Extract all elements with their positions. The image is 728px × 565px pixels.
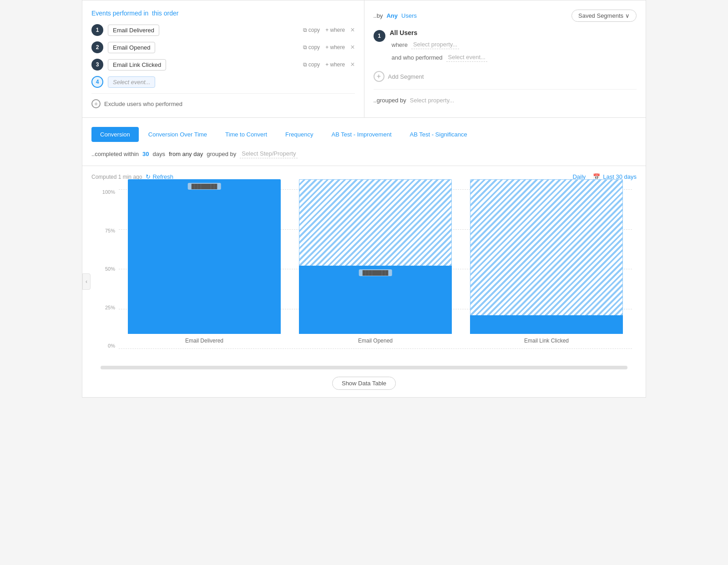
events-title-text: Events performed in: [91, 10, 148, 17]
copy-icon-3: ⧉: [303, 61, 307, 68]
tab-conversion-over-time[interactable]: Conversion Over Time: [140, 127, 216, 142]
days-value[interactable]: 30: [142, 151, 149, 157]
y-label-100: 100%: [96, 189, 119, 195]
step-property-select[interactable]: Select Step/Property: [240, 149, 298, 158]
show-data-btn-row: Show Data Table: [91, 377, 637, 390]
copy-btn-2[interactable]: ⧉ copy: [303, 44, 320, 50]
bar-label-1: Email Delivered: [128, 338, 281, 344]
left-arrow-icon: ‹: [86, 278, 87, 285]
event-actions-1: ⧉ copy + where ×: [303, 26, 355, 34]
tab-conversion[interactable]: Conversion: [91, 127, 139, 142]
event-tag-4[interactable]: Select event...: [108, 76, 155, 88]
y-axis: 100% 75% 50% 25% 0%: [96, 189, 119, 362]
event-row-2: 2 Email Opened ⧉ copy + where ×: [91, 41, 355, 53]
bars-container: ████████ Email Delivered: [119, 189, 632, 344]
events-list: 1 Email Delivered ⧉ copy + where ×: [91, 24, 355, 88]
close-btn-1[interactable]: ×: [350, 26, 354, 34]
event-number-4: 4: [91, 76, 103, 88]
add-segment-icon: +: [374, 71, 384, 82]
bar-hatched-3: [470, 179, 623, 315]
close-btn-2[interactable]: ×: [350, 43, 354, 51]
where-btn-1[interactable]: + where: [325, 27, 345, 33]
event-number-2: 2: [91, 41, 103, 53]
by-row: ..by Any Users Saved Segments ∨: [374, 10, 637, 22]
exclude-row[interactable]: + Exclude users who performed: [91, 99, 355, 108]
event-number-1: 1: [91, 24, 103, 36]
bar-solid-3: [470, 315, 623, 334]
bar-solid-2: ████████: [299, 266, 452, 334]
add-segment-label: Add Segment: [388, 73, 424, 80]
grouped-by-label: ..grouped by: [374, 97, 406, 104]
left-scroll-arrow[interactable]: ‹: [82, 273, 91, 290]
show-data-btn[interactable]: Show Data Table: [332, 377, 396, 390]
bar-group-3: Email Link Clicked: [470, 179, 623, 344]
where-property-select[interactable]: Select property...: [411, 40, 459, 49]
segment-name: All Users: [390, 29, 637, 36]
and-who-select[interactable]: Select event...: [446, 53, 487, 62]
events-title: Events performed in this order: [91, 10, 355, 17]
tab-time-to-convert[interactable]: Time to Convert: [217, 127, 276, 142]
bar-label-2: Email Opened: [299, 338, 452, 344]
any-option[interactable]: Any: [386, 12, 398, 19]
completed-row: ..completed within 30 days from any day …: [91, 149, 637, 166]
bar-label-3: Email Link Clicked: [470, 338, 623, 344]
bar-solid-1: ████████: [128, 179, 281, 334]
bar-group-2: ████████ Email Opened: [299, 179, 452, 344]
event-row-1: 1 Email Delivered ⧉ copy + where ×: [91, 24, 355, 36]
completed-label: ..completed within: [91, 151, 139, 157]
bar-tooltip-1: ████████: [188, 183, 221, 190]
where-btn-2[interactable]: + where: [325, 44, 345, 50]
y-label-50: 50%: [96, 266, 119, 272]
event-row-4: 4 Select event...: [91, 76, 355, 88]
event-tag-2[interactable]: Email Opened: [108, 42, 155, 53]
event-tag-1[interactable]: Email Delivered: [108, 25, 159, 36]
segment-details: All Users where Select property... and w…: [390, 29, 637, 66]
from-label: from any day: [169, 151, 203, 157]
bar-hatched-2: [299, 179, 452, 266]
by-label: ..by: [374, 12, 383, 19]
chart-body: 100% 75% 50% 25% 0%: [91, 189, 637, 362]
grid-line-0: [119, 348, 632, 349]
left-panel: Events performed in this order 1 Email D…: [82, 0, 364, 117]
events-title-link[interactable]: this order: [152, 10, 178, 17]
grouped-by-row: ..grouped by Select property...: [374, 89, 637, 104]
event-row-3: 3 Email Link Clicked ⧉ copy + where ×: [91, 59, 355, 71]
grouped-by-select[interactable]: Select property...: [410, 97, 454, 104]
copy-btn-1[interactable]: ⧉ copy: [303, 27, 320, 33]
tab-frequency[interactable]: Frequency: [277, 127, 322, 142]
exclude-label: Exclude users who performed: [104, 101, 182, 107]
tab-ab-significance[interactable]: AB Test - Significance: [401, 127, 476, 142]
y-label-25: 25%: [96, 305, 119, 310]
bar-combined-2: ████████: [299, 179, 452, 334]
saved-segments-btn[interactable]: Saved Segments ∨: [571, 10, 637, 22]
tabs-section: Conversion Conversion Over Time Time to …: [82, 118, 646, 166]
copy-icon-2: ⧉: [303, 44, 307, 50]
y-label-0: 0%: [96, 343, 119, 348]
segment-number-1: 1: [374, 30, 385, 42]
event-tag-3[interactable]: Email Link Clicked: [108, 59, 166, 71]
days-label: days: [153, 151, 165, 157]
and-who-row: and who performed Select event...: [390, 53, 637, 62]
bar-combined-3: [470, 179, 623, 334]
bars-area: ████████ Email Delivered: [119, 189, 632, 362]
event-actions-3: ⧉ copy + where ×: [303, 61, 355, 69]
event-actions-2: ⧉ copy + where ×: [303, 43, 355, 51]
add-segment-row[interactable]: + Add Segment: [374, 71, 637, 82]
and-who-label: and who performed: [392, 54, 443, 61]
y-label-75: 75%: [96, 228, 119, 233]
event-number-3: 3: [91, 59, 103, 71]
where-filter-row: where Select property...: [390, 40, 637, 49]
copy-btn-3[interactable]: ⧉ copy: [303, 61, 320, 68]
where-btn-3[interactable]: + where: [325, 61, 345, 68]
bar-group-1: ████████ Email Delivered: [128, 179, 281, 344]
users-option[interactable]: Users: [401, 12, 417, 19]
close-btn-3[interactable]: ×: [350, 61, 354, 69]
chart-section: Computed 1 min ago ↻ Refresh Daily 📅 Las…: [82, 166, 646, 397]
tab-ab-improvement[interactable]: AB Test - Improvement: [323, 127, 400, 142]
chart-scrollbar[interactable]: [101, 366, 627, 369]
chevron-down-icon: ∨: [625, 12, 630, 19]
where-filter-label: where: [392, 41, 408, 48]
exclude-icon: +: [91, 99, 101, 108]
bar-tooltip-2: ████████: [359, 269, 392, 276]
segment-row-1: 1 All Users where Select property... and…: [374, 29, 637, 66]
